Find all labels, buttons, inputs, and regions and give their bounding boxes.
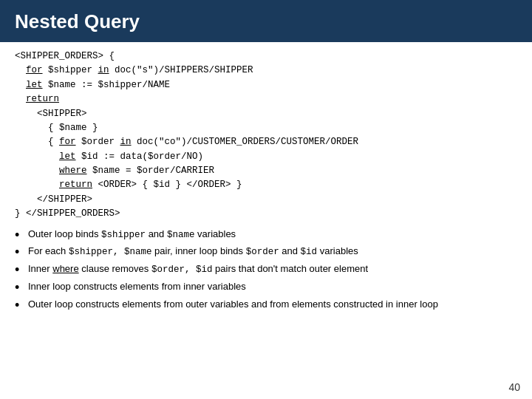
bullet-item-2: • For each $shipper, $name pair, inner l… [15, 245, 517, 260]
code-line-8: let $id := data($order/NO) [15, 150, 517, 164]
bullet-item-3: • Inner where clause removes $order, $id… [15, 262, 517, 278]
header: Nested Query [0, 0, 532, 42]
code-line-11: </SHIPPER> [15, 193, 517, 207]
code-line-7: { for $order in doc("co")/CUSTOMER_ORDER… [15, 135, 517, 149]
bullet-text-3: Inner where clause removes $order, $id p… [28, 262, 517, 276]
bullet-item-1: • Outer loop binds $shipper and $name va… [15, 228, 517, 243]
bullet-dot-2: • [15, 245, 28, 260]
bullet-text-5: Outer loop constructs elements from oute… [28, 298, 517, 312]
code-line-12: } </SHIPPER_ORDERS> [15, 207, 517, 221]
bullet-text-4: Inner loop constructs elements from inne… [28, 280, 517, 294]
content-area: <SHIPPER_ORDERS> { for $shipper in doc("… [0, 42, 532, 321]
code-line-9: where $name = $order/CARRIER [15, 164, 517, 178]
page-number: 40 [508, 381, 520, 393]
bullet-dot-5: • [15, 298, 28, 313]
bullet-dot-3: • [15, 262, 28, 278]
bullet-section: • Outer loop binds $shipper and $name va… [15, 228, 517, 313]
code-line-2: for $shipper in doc("s")/SHIPPERS/SHIPPE… [15, 64, 517, 78]
code-line-1: <SHIPPER_ORDERS> { [15, 50, 517, 64]
bullet-item-4: • Inner loop constructs elements from in… [15, 280, 517, 296]
code-line-10: return <ORDER> { $id } </ORDER> } [15, 178, 517, 192]
page-title: Nested Query [15, 10, 140, 33]
code-line-4: return [15, 92, 517, 106]
bullet-dot-1: • [15, 228, 28, 243]
bullet-text-1: Outer loop binds $shipper and $name vari… [28, 228, 517, 242]
bullet-text-2: For each $shipper, $name pair, inner loo… [28, 245, 517, 259]
bullet-dot-4: • [15, 280, 28, 296]
bullet-item-5: • Outer loop constructs elements from ou… [15, 298, 517, 313]
code-line-5: <SHIPPER> [15, 107, 517, 121]
code-line-6: { $name } [15, 121, 517, 135]
code-block: <SHIPPER_ORDERS> { for $shipper in doc("… [15, 50, 517, 222]
code-line-3: let $name := $shipper/NAME [15, 78, 517, 92]
